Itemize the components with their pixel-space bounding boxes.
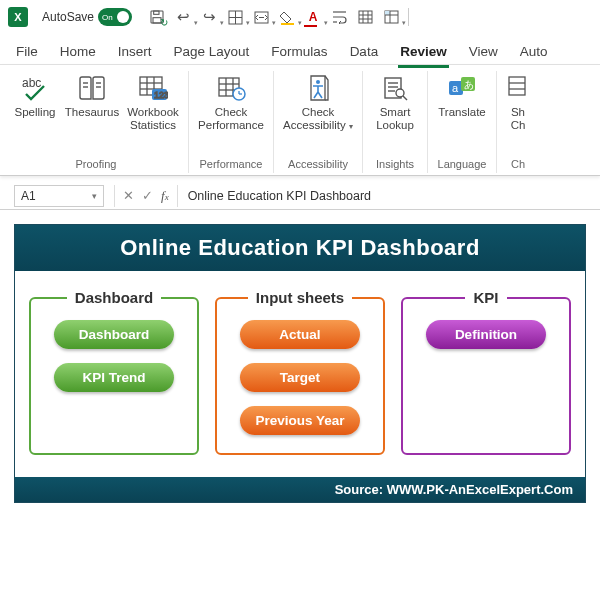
pill-dashboard[interactable]: Dashboard (54, 320, 174, 349)
qat-separator (408, 8, 409, 26)
check-accessibility-button[interactable]: Check Accessibility ▾ (280, 71, 356, 132)
cancel-formula-icon[interactable]: ✕ (123, 188, 134, 203)
merge-icon[interactable]: ▾ (252, 8, 270, 26)
autosave-label: AutoSave (42, 10, 94, 24)
tab-data[interactable]: Data (348, 42, 381, 65)
tab-view[interactable]: View (467, 42, 500, 65)
svg-line-46 (403, 96, 407, 100)
ribbon-tabs: File Home Insert Page Layout Formulas Da… (0, 34, 600, 64)
show-changes-button[interactable]: Sh Ch (503, 71, 533, 132)
tab-insert[interactable]: Insert (116, 42, 154, 65)
redo-icon[interactable]: ↪▾ (200, 8, 218, 26)
tab-formulas[interactable]: Formulas (269, 42, 329, 65)
smart-lookup-icon (378, 73, 412, 103)
ribbon-panel: abc Spelling Thesaurus 123 Workbook Stat… (0, 64, 600, 176)
card-dashboard-legend: Dashboard (67, 289, 161, 306)
save-icon[interactable]: ↻ (148, 8, 166, 26)
spelling-icon: abc (18, 73, 52, 103)
tab-file[interactable]: File (14, 42, 40, 65)
svg-rect-1 (154, 11, 159, 14)
group-performance: Check Performance Performance (189, 71, 274, 173)
chevron-down-icon: ▾ (349, 122, 353, 131)
fill-color-icon[interactable]: ▾ (278, 8, 296, 26)
undo-icon[interactable]: ↩▾ (174, 8, 192, 26)
card-input-legend: Input sheets (248, 289, 352, 306)
workbook-statistics-button[interactable]: 123 Workbook Statistics (124, 71, 182, 132)
spelling-button[interactable]: abc Spelling (10, 71, 60, 119)
workbook-statistics-icon: 123 (136, 73, 170, 103)
autosave-control[interactable]: AutoSave On (42, 8, 132, 26)
group-accessibility: Check Accessibility ▾ Accessibility (274, 71, 363, 173)
quick-access-toolbar: ↻ ↩▾ ↪▾ ▾ ▾ ▾ A ▾ ▾ (148, 8, 409, 26)
pill-kpi-trend[interactable]: KPI Trend (54, 363, 174, 392)
title-bar: X AutoSave On ↻ ↩▾ ↪▾ ▾ ▾ ▾ A ▾ (0, 0, 600, 34)
svg-point-40 (316, 80, 320, 84)
svg-text:123: 123 (154, 90, 168, 100)
translate-button[interactable]: aあ Translate (434, 71, 490, 119)
card-dashboard: Dashboard Dashboard KPI Trend (29, 289, 199, 455)
svg-rect-8 (281, 23, 294, 25)
svg-rect-51 (509, 77, 525, 95)
group-language: aあ Translate Language (428, 71, 497, 173)
formula-input[interactable]: Online Education KPI Dashboard (178, 189, 600, 203)
excel-app-icon: X (8, 7, 28, 27)
formula-bar: A1 ▾ ✕ ✓ fx Online Education KPI Dashboa… (0, 182, 600, 210)
smart-lookup-button[interactable]: Smart Lookup (369, 71, 421, 132)
tab-page-layout[interactable]: Page Layout (172, 42, 252, 65)
tab-review[interactable]: Review (398, 42, 449, 68)
tab-home[interactable]: Home (58, 42, 98, 65)
thesaurus-icon (75, 73, 109, 103)
group-insights: Smart Lookup Insights (363, 71, 428, 173)
card-input-sheets: Input sheets Actual Target Previous Year (215, 289, 385, 455)
accessibility-icon (301, 73, 335, 103)
svg-text:abc: abc (22, 76, 41, 90)
check-performance-button[interactable]: Check Performance (195, 71, 267, 132)
pill-target[interactable]: Target (240, 363, 360, 392)
pill-definition[interactable]: Definition (426, 320, 546, 349)
group-changes: Sh Ch Ch (497, 71, 539, 173)
dashboard-frame: Online Education KPI Dashboard Dashboard… (14, 224, 586, 503)
dashboard-footer: Source: WWW.PK-AnExcelExpert.Com (15, 477, 585, 502)
pill-previous-year[interactable]: Previous Year (240, 406, 360, 435)
name-box[interactable]: A1 ▾ (14, 185, 104, 207)
fx-icon[interactable]: fx (161, 188, 169, 204)
svg-point-45 (396, 89, 404, 97)
autosave-toggle[interactable]: On (98, 8, 132, 26)
svg-rect-11 (359, 11, 372, 23)
svg-text:あ: あ (464, 79, 474, 90)
svg-rect-17 (385, 11, 390, 15)
freeze-panes-icon[interactable]: ▾ (382, 8, 400, 26)
borders-icon[interactable]: ▾ (226, 8, 244, 26)
format-table-icon[interactable] (356, 8, 374, 26)
chevron-down-icon[interactable]: ▾ (92, 191, 97, 201)
translate-icon: aあ (445, 73, 479, 103)
check-performance-icon (214, 73, 248, 103)
worksheet-area: Online Education KPI Dashboard Dashboard… (0, 210, 600, 503)
enter-formula-icon[interactable]: ✓ (142, 188, 153, 203)
show-changes-icon (501, 73, 535, 103)
thesaurus-button[interactable]: Thesaurus (64, 71, 120, 119)
font-color-icon[interactable]: A ▾ (304, 8, 322, 26)
card-kpi: KPI Definition (401, 289, 571, 455)
dashboard-title: Online Education KPI Dashboard (15, 225, 585, 271)
card-kpi-legend: KPI (465, 289, 506, 306)
tab-automate[interactable]: Auto (518, 42, 550, 65)
group-proofing: abc Spelling Thesaurus 123 Workbook Stat… (4, 71, 189, 173)
svg-text:a: a (452, 82, 459, 94)
pill-actual[interactable]: Actual (240, 320, 360, 349)
wrap-text-icon[interactable] (330, 8, 348, 26)
